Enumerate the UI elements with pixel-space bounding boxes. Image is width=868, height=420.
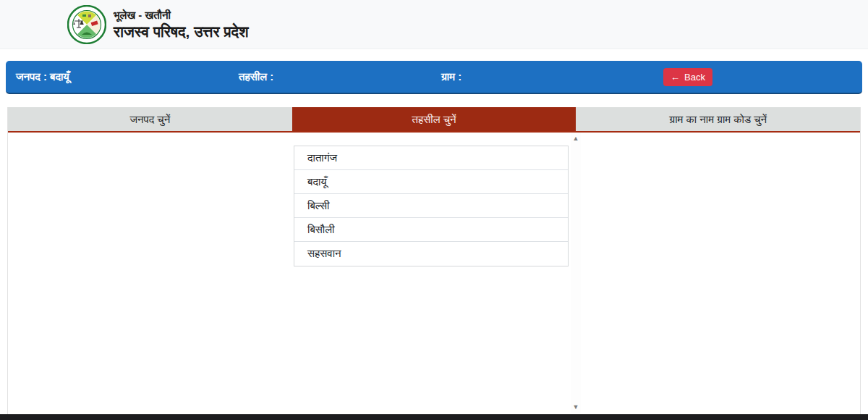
emblem-icon xyxy=(67,5,106,44)
header-titles: भूलेख - खतौनी राजस्व परिषद, उत्तर प्रदेश xyxy=(114,8,249,41)
tehsil-list-item[interactable]: बदायूँ xyxy=(294,170,568,194)
tab-select-district[interactable]: जनपद चुनें xyxy=(8,107,292,131)
tehsil-list-item[interactable]: दातागंज xyxy=(294,146,568,170)
up-revenue-board-logo xyxy=(67,5,106,44)
scroll-down-icon[interactable]: ▼ xyxy=(571,403,581,411)
tehsil-list-scrollbar[interactable]: ▲ ▼ xyxy=(571,133,581,413)
back-arrow-icon: ← xyxy=(671,72,680,83)
tehsil-list-item[interactable]: सहसवान xyxy=(294,242,568,266)
district-value-label: जनपद : बदायूँ xyxy=(16,61,69,93)
selection-panel: जनपद चुनें तहसील चुनें ग्राम का नाम ग्रा… xyxy=(7,107,861,414)
tehsil-panel-body: दातागंज बदायूँ बिल्सी बिसौली सहसवान ▲ ▼ xyxy=(8,133,860,413)
village-value-label: ग्राम : xyxy=(441,61,461,93)
scroll-up-icon[interactable]: ▲ xyxy=(571,135,581,142)
tehsil-list: दातागंज बदायूँ बिल्सी बिसौली सहसवान xyxy=(294,146,569,266)
site-header: भूलेख - खतौनी राजस्व परिषद, उत्तर प्रदेश xyxy=(0,0,868,49)
back-button-label: Back xyxy=(684,72,705,83)
selection-info-bar: जनपद : बदायूँ तहसील : ग्राम : ← Back xyxy=(6,61,862,94)
tab-select-village[interactable]: ग्राम का नाम ग्राम कोड चुनें xyxy=(576,107,860,131)
site-subtitle: राजस्व परिषद, उत्तर प्रदेश xyxy=(114,22,249,41)
tehsil-value-label: तहसील : xyxy=(239,61,273,93)
tab-select-tehsil[interactable]: तहसील चुनें xyxy=(292,107,576,131)
bottom-bar xyxy=(0,414,868,420)
tehsil-list-item[interactable]: बिल्सी xyxy=(294,194,568,218)
tab-bar: जनपद चुनें तहसील चुनें ग्राम का नाम ग्रा… xyxy=(8,107,860,133)
tehsil-list-item[interactable]: बिसौली xyxy=(294,218,568,242)
back-button[interactable]: ← Back xyxy=(663,68,712,86)
site-title: भूलेख - खतौनी xyxy=(114,8,249,22)
